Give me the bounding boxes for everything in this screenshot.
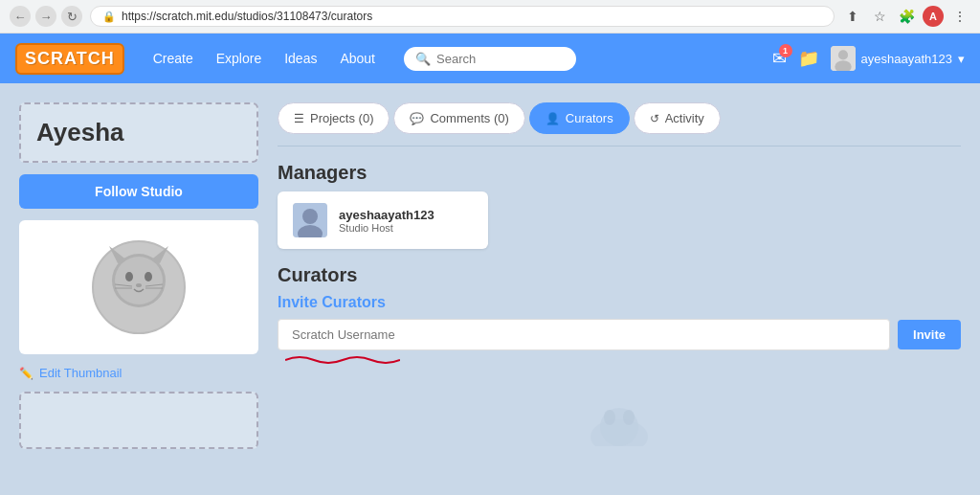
curators-title: Curators [278, 264, 961, 286]
studio-thumbnail [86, 235, 191, 340]
tabs-bar: ☰ Projects (0) 💬 Comments (0) 👤 Curators… [278, 102, 961, 146]
browser-toolbar: ← → ↻ 🔒 https://scratch.mit.edu/studios/… [0, 0, 980, 33]
manager-role: Studio Host [339, 222, 434, 234]
tab-activity[interactable]: ↺ Activity [634, 102, 721, 134]
svg-point-21 [623, 410, 635, 425]
invite-input[interactable] [278, 319, 890, 350]
star-icon[interactable]: ☆ [869, 6, 890, 27]
share-icon[interactable]: ⬆ [842, 6, 863, 27]
scratch-navbar: SCRATCH Create Explore Ideas About 🔍 ✉ 1… [0, 34, 980, 83]
tab-activity-label: Activity [665, 111, 704, 125]
user-menu[interactable]: ayeshaayath123 ▾ [831, 46, 965, 71]
folder-icon[interactable]: 📁 [798, 48, 819, 69]
tab-comments[interactable]: 💬 Comments (0) [393, 102, 524, 134]
pencil-icon: ✏️ [19, 367, 33, 380]
search-icon: 🔍 [415, 52, 431, 66]
nav-links: Create Explore Ideas About [144, 45, 385, 72]
manager-card: ayeshaayath123 Studio Host [278, 191, 488, 249]
browser-user-avatar[interactable]: A [923, 6, 944, 27]
thumbnail-box [19, 220, 258, 354]
main-content: Ayesha Follow Studio [0, 83, 980, 488]
nav-ideas[interactable]: Ideas [275, 45, 326, 72]
tab-curators[interactable]: 👤 Curators [529, 102, 630, 134]
managers-section: Managers ayeshaayath123 Studio Host [278, 162, 961, 249]
manager-name: ayeshaayath123 [339, 208, 434, 222]
nav-explore[interactable]: Explore [207, 45, 271, 72]
description-box[interactable] [19, 392, 258, 449]
search-input[interactable] [436, 52, 551, 66]
manager-avatar [293, 203, 327, 237]
tab-projects-label: Projects (0) [310, 111, 373, 125]
extensions-icon[interactable]: 🧩 [896, 6, 917, 27]
studio-name-box: Ayesha [19, 102, 258, 163]
invite-button[interactable]: Invite [898, 320, 961, 349]
invite-curators-title: Invite Curators [278, 294, 961, 311]
svg-point-20 [604, 410, 615, 425]
svg-point-1 [838, 50, 848, 59]
managers-title: Managers [278, 162, 961, 184]
tab-curators-label: Curators [566, 111, 613, 125]
invite-row: Invite [278, 319, 961, 350]
nav-buttons: ← → ↻ [10, 6, 82, 27]
menu-icon[interactable]: ⋮ [949, 6, 970, 27]
invite-curators-section: Invite Curators Invite [278, 294, 961, 368]
left-panel: Ayesha Follow Studio [19, 102, 258, 469]
edit-thumbnail-label: Edit Thumbnail [39, 366, 122, 380]
studio-name: Ayesha [36, 118, 124, 146]
browser-chrome: ← → ↻ 🔒 https://scratch.mit.edu/studios/… [0, 0, 980, 34]
nav-create[interactable]: Create [144, 45, 203, 72]
bottom-cat [586, 398, 653, 446]
svg-point-7 [115, 257, 163, 304]
tab-projects[interactable]: ☰ Projects (0) [278, 102, 390, 134]
comments-tab-icon: 💬 [410, 112, 424, 125]
activity-tab-icon: ↺ [650, 112, 659, 125]
messages-icon[interactable]: ✉ 1 [772, 48, 787, 69]
right-panel: ☰ Projects (0) 💬 Comments (0) 👤 Curators… [278, 102, 961, 469]
svg-point-16 [302, 209, 318, 224]
browser-actions: ⬆ ☆ 🧩 A ⋮ [842, 6, 970, 27]
nav-about[interactable]: About [330, 45, 385, 72]
manager-info: ayeshaayath123 Studio Host [339, 208, 434, 234]
curators-tab-icon: 👤 [546, 112, 560, 125]
address-bar[interactable]: 🔒 https://scratch.mit.edu/studios/311084… [90, 6, 835, 27]
scroll-hint [278, 398, 961, 446]
projects-tab-icon: ☰ [294, 112, 304, 125]
url-text: https://scratch.mit.edu/studios/31108473… [122, 10, 822, 23]
tab-comments-label: Comments (0) [430, 111, 508, 125]
username-label: ayeshaayath123 [861, 52, 952, 66]
nav-right: ✉ 1 📁 ayeshaayath123 ▾ [772, 46, 965, 71]
svg-point-10 [136, 283, 142, 287]
lock-icon: 🔒 [102, 11, 116, 23]
svg-point-9 [145, 272, 152, 281]
forward-button[interactable]: → [35, 6, 56, 27]
curators-section: Curators Invite Curators Invite [278, 264, 961, 368]
search-bar[interactable]: 🔍 [404, 47, 576, 71]
back-button[interactable]: ← [10, 6, 31, 27]
refresh-button[interactable]: ↻ [61, 6, 82, 27]
scratch-logo[interactable]: SCRATCH [15, 43, 124, 75]
user-avatar [831, 46, 856, 71]
edit-thumbnail[interactable]: ✏️ Edit Thumbnail [19, 366, 258, 380]
dropdown-icon: ▾ [958, 52, 965, 66]
notification-badge: 1 [779, 44, 792, 57]
follow-studio-button[interactable]: Follow Studio [19, 174, 258, 209]
error-underline [285, 352, 400, 364]
svg-point-8 [125, 272, 133, 281]
